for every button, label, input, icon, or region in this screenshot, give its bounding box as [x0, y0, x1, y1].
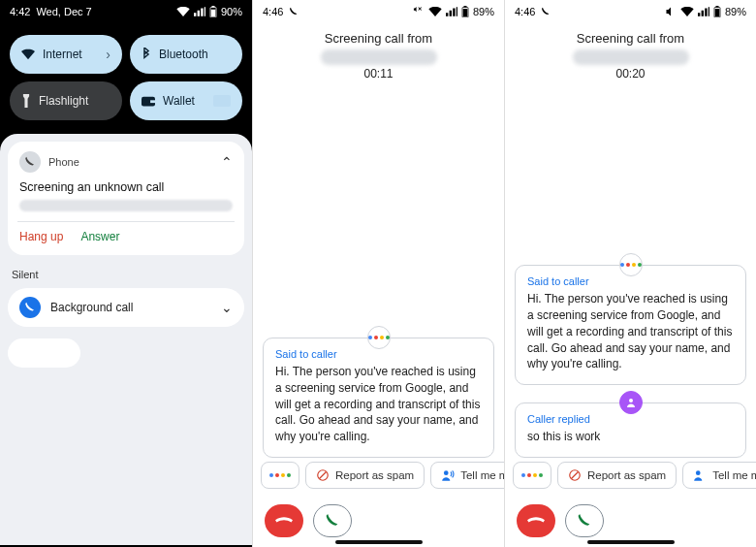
assistant-chip[interactable]: [261, 462, 299, 489]
redacted-number: [321, 49, 437, 65]
wallet-icon: [142, 95, 155, 107]
wallet-card-icon: [213, 95, 231, 107]
bubble-label: Said to caller: [527, 275, 734, 287]
status-time: 4:42: [10, 6, 30, 17]
assistant-avatar-icon: [367, 326, 391, 349]
svg-line-9: [320, 472, 327, 479]
wifi-icon: [176, 7, 190, 16]
mute-icon: [413, 6, 425, 17]
svg-rect-2: [211, 10, 216, 17]
assistant-avatar-icon: [619, 253, 643, 276]
call-screen-pane-2: 4:46 89% Screening call from 00:20 Said …: [504, 0, 756, 547]
mute-icon: [665, 6, 677, 17]
svg-line-17: [572, 472, 579, 479]
end-call-button[interactable]: [517, 504, 555, 537]
answer-button[interactable]: Answer: [80, 230, 119, 243]
caller-avatar-icon: [619, 391, 643, 414]
person-voice-icon: [693, 468, 707, 482]
battery-icon: [461, 6, 469, 17]
signal-icon: [194, 7, 205, 16]
call-timer: 00:11: [263, 67, 494, 80]
chevron-up-icon[interactable]: ⌃: [221, 154, 233, 170]
end-call-button[interactable]: [265, 504, 303, 537]
tell-me-more-chip[interactable]: Tell me more: [682, 462, 756, 489]
quick-tiles: Internet › Bluetooth Flashlight Wallet: [0, 23, 252, 134]
assistant-chip[interactable]: [513, 462, 551, 489]
bubble-text: Hi. The person you've reached is using a…: [527, 291, 734, 372]
svg-rect-4: [150, 100, 155, 103]
redacted-number: [19, 200, 233, 211]
svg-rect-7: [463, 9, 468, 16]
bluetooth-icon: [142, 48, 151, 61]
suggestion-chip-bar: Report as spam Tell me more Wh: [253, 454, 504, 497]
redacted-number: [573, 49, 689, 65]
svg-rect-13: [715, 6, 718, 8]
svg-rect-6: [463, 6, 466, 8]
report-spam-chip[interactable]: Report as spam: [305, 462, 425, 489]
tile-label: Internet: [43, 48, 82, 61]
tile-internet[interactable]: Internet ›: [10, 35, 122, 74]
tile-label: Bluetooth: [159, 48, 208, 61]
status-battery: 89%: [725, 6, 746, 17]
chip-label: Report as spam: [335, 469, 414, 481]
phone-icon: [289, 7, 299, 16]
battery-icon: [209, 6, 217, 17]
screening-title: Screening call from: [515, 31, 746, 46]
flashlight-icon: [21, 94, 31, 108]
shade-body: Phone ⌃ Screening an unknown call Hang u…: [0, 134, 252, 545]
signal-icon: [446, 7, 457, 16]
tile-wallet[interactable]: Wallet: [130, 81, 242, 120]
notification-card[interactable]: Phone ⌃ Screening an unknown call Hang u…: [8, 142, 244, 255]
tell-me-more-chip[interactable]: Tell me more: [430, 462, 504, 489]
hang-up-button[interactable]: Hang up: [19, 230, 63, 243]
svg-point-18: [696, 470, 701, 475]
app-name: Phone: [48, 156, 213, 168]
svg-point-10: [444, 470, 449, 475]
bubble-label: Said to caller: [275, 348, 482, 360]
status-date: Wed, Dec 7: [36, 6, 91, 17]
notification-title: Screening an unknown call: [19, 180, 233, 194]
background-call-label: Background call: [50, 301, 133, 314]
said-to-caller-bubble: Said to caller Hi. The person you've rea…: [263, 338, 494, 458]
bubble-text: Hi. The person you've reached is using a…: [275, 364, 482, 445]
section-silent: Silent: [12, 269, 240, 280]
status-bar: 4:46 89%: [505, 0, 756, 23]
tile-flashlight[interactable]: Flashlight: [10, 81, 122, 120]
status-battery: 90%: [221, 6, 242, 17]
phone-app-icon: [19, 151, 41, 173]
wifi-icon: [21, 48, 35, 60]
report-spam-chip[interactable]: Report as spam: [557, 462, 677, 489]
status-bar: 4:46 89%: [253, 0, 504, 23]
tile-label: Flashlight: [39, 94, 88, 108]
manage-button[interactable]: Manage: [8, 338, 80, 368]
svg-rect-1: [211, 6, 214, 8]
person-voice-icon: [441, 468, 455, 482]
status-time: 4:46: [515, 6, 535, 17]
tile-bluetooth[interactable]: Bluetooth: [130, 35, 242, 74]
screening-title: Screening call from: [263, 31, 494, 46]
tile-label: Wallet: [163, 94, 195, 108]
said-to-caller-bubble: Said to caller Hi. The person you've rea…: [515, 265, 746, 385]
svg-rect-14: [715, 9, 720, 16]
wifi-icon: [680, 7, 694, 16]
gesture-nav-bar[interactable]: [587, 540, 675, 544]
phone-icon: [541, 7, 551, 16]
spam-icon: [316, 468, 330, 482]
answer-call-button[interactable]: [313, 504, 352, 537]
phone-icon: [19, 297, 41, 318]
signal-icon: [698, 7, 709, 16]
chip-label: Tell me more: [712, 469, 756, 481]
svg-point-15: [629, 399, 633, 402]
chevron-down-icon: ⌄: [221, 300, 233, 315]
status-time: 4:46: [263, 6, 283, 17]
bubble-label: Caller replied: [527, 413, 734, 425]
battery-icon: [713, 6, 721, 17]
answer-call-button[interactable]: [565, 504, 604, 537]
background-call-row[interactable]: Background call ⌄: [8, 288, 244, 327]
chevron-right-icon: ›: [106, 47, 110, 62]
chip-label: Tell me more: [460, 469, 504, 481]
bubble-text: so this is work: [527, 429, 734, 445]
gesture-nav-bar[interactable]: [335, 540, 423, 544]
suggestion-chip-bar: Report as spam Tell me more Wh: [505, 454, 756, 497]
status-battery: 89%: [473, 6, 494, 17]
